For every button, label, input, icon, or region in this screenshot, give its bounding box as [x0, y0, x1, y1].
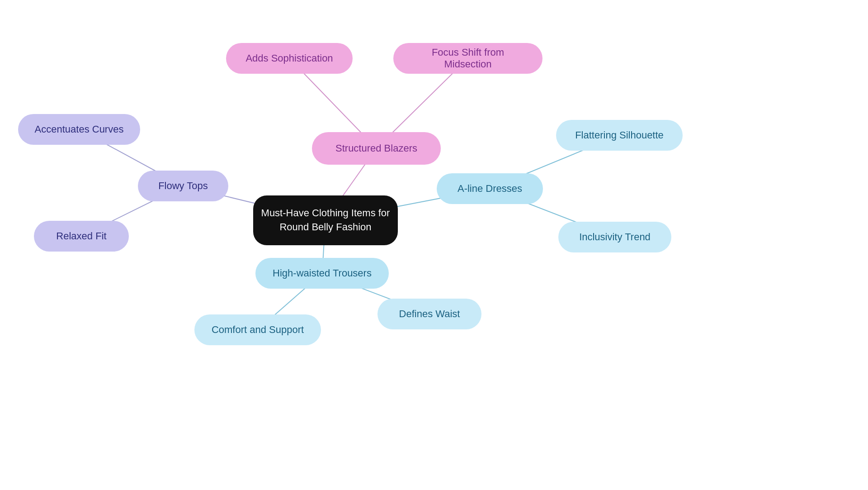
node-relaxed-fit: Relaxed Fit — [34, 221, 129, 252]
node-flattering-silhouette: Flattering Silhouette — [556, 120, 683, 151]
node-accentuates-curves: Accentuates Curves — [18, 114, 140, 145]
center-label: Must-Have Clothing Items forRound Belly … — [261, 206, 390, 234]
node-adds-sophistication: Adds Sophistication — [226, 43, 353, 74]
node-structured-blazers: Structured Blazers — [312, 132, 441, 165]
node-inclusivity-trend: Inclusivity Trend — [558, 222, 671, 252]
node-comfort-support: Comfort and Support — [194, 314, 321, 345]
node-flowy-tops: Flowy Tops — [138, 171, 228, 201]
node-defines-waist: Defines Waist — [377, 299, 481, 329]
center-node: Must-Have Clothing Items forRound Belly … — [253, 195, 398, 245]
node-aline-dresses: A-line Dresses — [437, 173, 543, 204]
node-focus-shift: Focus Shift from Midsection — [393, 43, 542, 74]
node-high-waisted-trousers: High-waisted Trousers — [255, 258, 389, 289]
